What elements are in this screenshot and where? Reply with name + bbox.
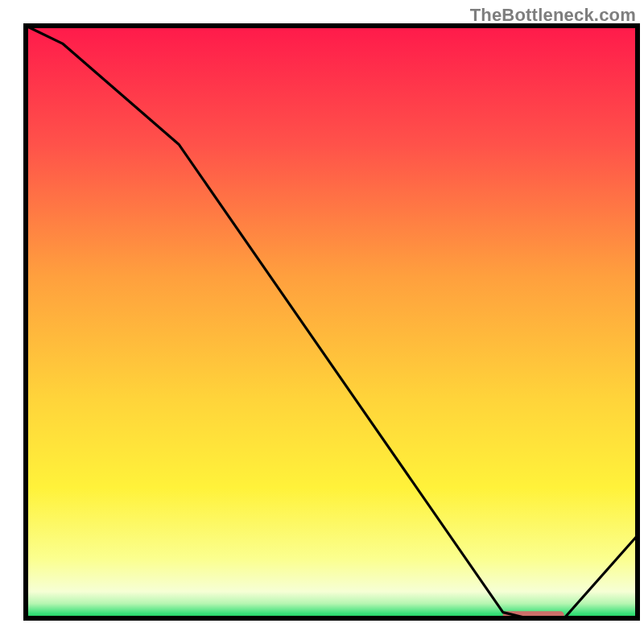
bottleneck-chart — [0, 0, 644, 644]
gradient-background — [26, 26, 638, 618]
chart-container: TheBottleneck.com — [0, 0, 644, 644]
watermark-text: TheBottleneck.com — [470, 5, 636, 26]
